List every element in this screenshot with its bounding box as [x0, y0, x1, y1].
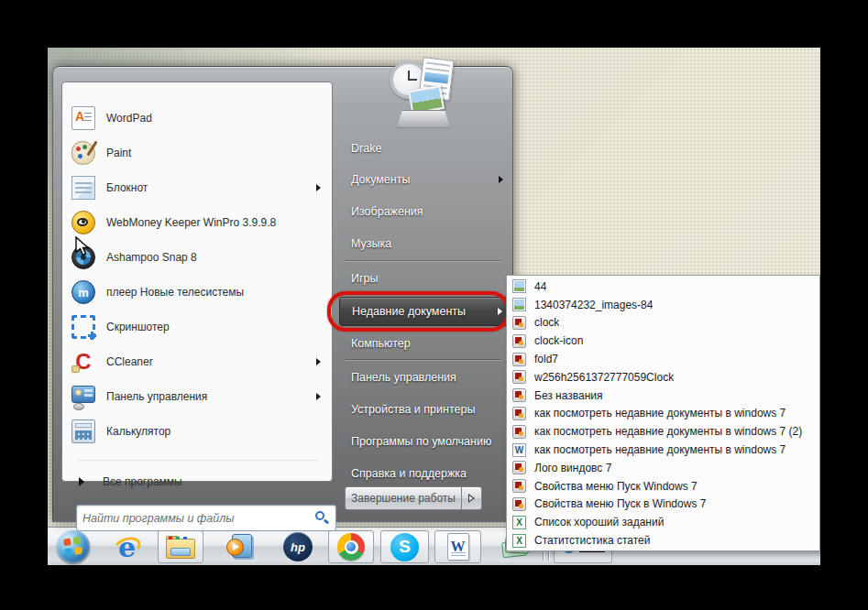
start-item-help-support[interactable]: Справка и поддержка — [339, 459, 510, 488]
search-input[interactable] — [77, 512, 313, 525]
recent-items-clock-icon — [384, 53, 463, 137]
recent-doc-item[interactable]: Свойства меню Пуск Windows 7 — [507, 477, 819, 496]
hp-icon: hp — [283, 532, 313, 561]
image-file-icon — [512, 388, 526, 402]
control-panel-icon — [71, 385, 95, 408]
recent-doc-item[interactable]: как посмотреть недавние документы в wind… — [507, 405, 819, 423]
chrome-icon — [337, 533, 365, 561]
start-item-ccleaner[interactable]: C CCleaner — [68, 344, 326, 379]
submenu-arrow-icon — [316, 358, 321, 365]
start-item-ashampoo-snap[interactable]: Ashampoo Snap 8 — [68, 240, 326, 275]
start-orb-icon — [57, 530, 90, 563]
taskbar-skype[interactable]: S — [380, 530, 429, 563]
start-item-wordpad[interactable]: WordPad — [68, 101, 326, 136]
image-file-icon — [512, 334, 526, 348]
start-item-user[interactable]: Drake — [339, 134, 510, 163]
start-item-player[interactable]: m плеер Новые телесистемы — [68, 275, 326, 310]
word-icon: W — [447, 533, 469, 561]
submenu-arrow-icon — [316, 393, 321, 400]
start-item-webmoney[interactable]: WebMoney Keeper WinPro 3.9.9.8 — [68, 205, 326, 240]
screenshoter-icon — [71, 315, 95, 339]
excel-doc-icon: X — [512, 516, 526, 529]
image-file-icon — [512, 497, 526, 511]
mouse-cursor — [75, 236, 93, 256]
right-panel-separator — [346, 261, 501, 262]
start-item-music[interactable]: Музыка — [339, 229, 510, 258]
taskbar-windows-media-player[interactable] — [218, 531, 260, 562]
image-file-icon — [512, 425, 526, 439]
start-menu-left-panel: WordPad Paint Блокнот WebMoney Keeper Wi… — [61, 82, 333, 482]
image-file-icon — [512, 407, 526, 420]
photo-file-icon — [512, 298, 526, 311]
start-item-games[interactable]: Игры — [339, 264, 510, 293]
paint-icon — [71, 141, 95, 165]
recent-doc-item[interactable]: W как посмотреть недавние документы в wi… — [507, 441, 819, 459]
taskbar-internet-explorer[interactable]: e — [108, 531, 148, 562]
start-item-default-programs[interactable]: Программы по умолчанию — [339, 427, 510, 456]
start-item-control-panel[interactable]: Панель управления — [68, 379, 326, 414]
right-panel-separator — [346, 360, 501, 361]
calculator-icon — [71, 419, 95, 443]
recent-doc-item[interactable]: Без названия — [507, 387, 819, 405]
start-item-calculator[interactable]: Калькулятор — [68, 414, 326, 449]
shutdown-arrow-icon — [468, 494, 475, 503]
recent-doc-item[interactable]: Лого виндовс 7 — [507, 459, 819, 477]
recent-doc-item[interactable]: 44 — [507, 278, 819, 296]
search-icon — [313, 510, 330, 527]
media-player-app-icon: m — [71, 280, 95, 304]
recent-doc-item[interactable]: fold7 — [507, 350, 819, 368]
submenu-arrow-icon — [499, 176, 503, 183]
skype-icon: S — [390, 533, 419, 561]
start-search-box[interactable] — [76, 505, 336, 531]
recent-doc-item[interactable]: Свойства меню Пуск в Windows 7 — [507, 496, 819, 514]
excel-doc-icon: X — [512, 534, 526, 548]
submenu-arrow-icon — [498, 308, 502, 315]
shutdown-options-button[interactable] — [462, 486, 482, 510]
start-menu: WordPad Paint Блокнот WebMoney Keeper Wi… — [52, 66, 513, 522]
recent-doc-item[interactable]: X Статитстистика статей — [507, 531, 819, 550]
recent-doc-item[interactable]: clock-icon — [507, 332, 819, 350]
desktop: WordPad Paint Блокнот WebMoney Keeper Wi… — [48, 48, 820, 565]
word-doc-icon: W — [512, 443, 526, 457]
left-panel-separator — [77, 460, 319, 461]
image-file-icon — [512, 370, 526, 384]
taskbar-windows-explorer[interactable] — [158, 530, 203, 563]
start-item-notepad[interactable]: Блокнот — [68, 170, 326, 205]
recent-doc-item[interactable]: X Список хороший заданий — [507, 513, 819, 531]
start-item-recent-documents[interactable]: Недавние документы — [339, 297, 510, 326]
ccleaner-icon: C — [71, 350, 95, 374]
recent-documents-submenu: 44 1340374232_images-84 clock clock-icon… — [506, 275, 820, 551]
start-item-pictures[interactable]: Изображения — [339, 197, 510, 226]
start-item-screenshoter[interactable]: Скриншотер — [68, 310, 326, 344]
recent-doc-item[interactable]: w256h2561372777059Clock — [507, 368, 819, 387]
start-item-documents[interactable]: Документы — [339, 165, 510, 194]
wordpad-icon — [71, 106, 95, 130]
start-item-paint[interactable]: Paint — [68, 136, 326, 170]
start-item-devices-printers[interactable]: Устройства и принтеры — [339, 395, 510, 424]
webmoney-icon — [71, 211, 95, 234]
taskbar-word[interactable]: W — [434, 530, 481, 563]
start-button[interactable] — [55, 531, 92, 562]
shutdown-button[interactable]: Завершение работы — [345, 486, 462, 510]
taskbar-chrome[interactable] — [328, 530, 374, 563]
notepad-icon — [71, 176, 95, 200]
recent-doc-item[interactable]: clock — [507, 314, 819, 332]
windows-explorer-icon — [166, 536, 195, 559]
all-programs-arrow-icon — [79, 477, 84, 486]
image-file-icon — [512, 479, 526, 493]
recent-doc-item[interactable]: 1340374232_images-84 — [507, 296, 819, 314]
all-programs-button[interactable]: Все программы — [68, 469, 326, 495]
start-item-control-panel-right[interactable]: Панель управления — [339, 363, 510, 392]
image-file-icon — [512, 461, 526, 474]
image-file-icon — [512, 316, 526, 330]
screenshot-frame: WordPad Paint Блокнот WebMoney Keeper Wi… — [0, 0, 868, 610]
submenu-arrow-icon — [316, 184, 321, 191]
recent-doc-item[interactable]: как посмотреть недавние документы в wind… — [507, 422, 819, 441]
start-item-computer[interactable]: Компьютер — [339, 329, 510, 358]
photo-file-icon — [512, 279, 526, 293]
taskbar-hp[interactable]: hp — [277, 531, 319, 562]
windows-media-player-icon — [225, 533, 253, 561]
internet-explorer-icon: e — [114, 532, 143, 561]
image-file-icon — [512, 353, 526, 366]
